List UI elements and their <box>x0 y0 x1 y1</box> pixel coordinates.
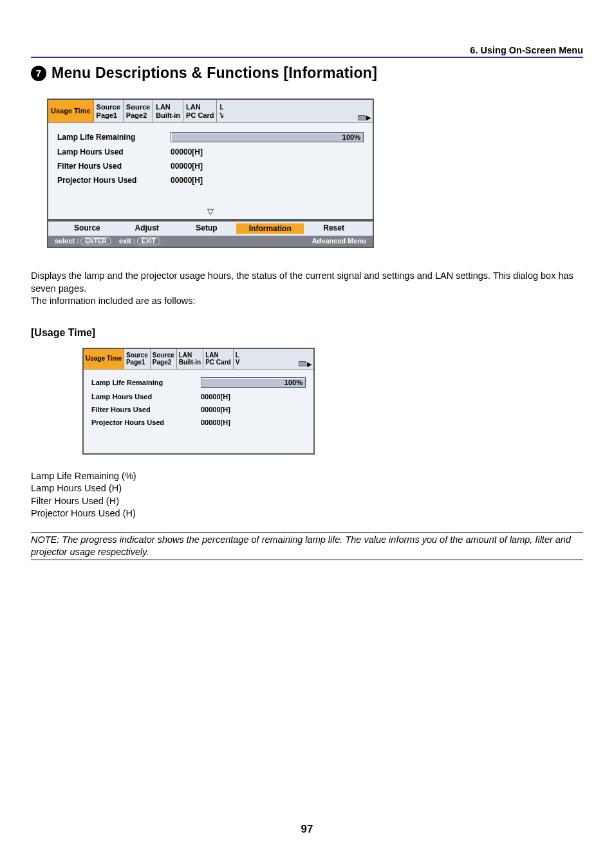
label-filter-hours: Filter Hours Used <box>57 162 171 171</box>
heading-text: Menu Descriptions & Functions [Informati… <box>51 64 377 82</box>
tab2-lan-pccard[interactable]: LANPC Card <box>203 349 233 369</box>
tab2-usage-time[interactable]: Usage Time <box>84 349 124 369</box>
section-number-badge: 7 <box>31 66 46 81</box>
tab-lan-builtin[interactable]: LANBuilt-in <box>153 100 183 122</box>
chapter-header: 6. Using On-Screen Menu <box>31 45 583 58</box>
hint-advanced-menu: Advanced Menu <box>312 237 366 245</box>
value2-lamp-hours: 00000[H] <box>201 393 230 401</box>
tab2-lan-builtin[interactable]: LANBuilt-in <box>177 349 203 369</box>
tab2-source-page2[interactable]: SourcePage2 <box>151 349 177 369</box>
tab-scroll-indicator[interactable]: ▶ <box>358 114 371 121</box>
tab-lan-pccard[interactable]: LANPC Card <box>183 100 217 122</box>
tab2-more-cut[interactable]: LV <box>234 349 240 369</box>
label2-projector-hours: Projector Hours Used <box>91 419 201 426</box>
note-text: NOTE: The progress indicator shows the p… <box>31 532 583 560</box>
section-heading: 7 Menu Descriptions & Functions [Informa… <box>31 64 583 82</box>
tab-scroll-indicator-2[interactable]: ▶ <box>299 361 312 368</box>
exit-key-icon: EXIT <box>137 237 160 245</box>
tab2-source-page1[interactable]: SourcePage1 <box>124 349 151 369</box>
list-filter-hours: Filter Hours Used (H) <box>31 495 583 508</box>
menu-reset[interactable]: Reset <box>304 223 364 234</box>
label2-lamp-hours: Lamp Hours Used <box>91 393 201 401</box>
hint-select-enter: select :ENTER exit :EXIT <box>55 237 160 245</box>
label2-filter-hours: Filter Hours Used <box>91 406 201 413</box>
progress-lamp-life: 100% <box>171 132 364 142</box>
menu-source[interactable]: Source <box>57 223 117 234</box>
tab-source-page1[interactable]: SourcePage1 <box>94 100 124 122</box>
value-projector-hours: 00000[H] <box>171 176 203 185</box>
tab-source-page2[interactable]: SourcePage2 <box>124 100 153 122</box>
description-paragraph-1: Displays the lamp and the projector usag… <box>31 270 583 295</box>
list-lamp-hours: Lamp Hours Used (H) <box>31 482 583 495</box>
value2-projector-hours: 00000[H] <box>201 419 230 426</box>
osd-screenshot-2: Usage Time SourcePage1 SourcePage2 LANBu… <box>82 348 583 455</box>
page-number: 97 <box>0 823 614 836</box>
osd-menubar: Source Adjust Setup Information Reset se… <box>47 220 374 248</box>
value2-filter-hours: 00000[H] <box>201 406 230 413</box>
osd-screenshot-1: Usage Time SourcePage1 SourcePage2 LANBu… <box>47 99 583 248</box>
scroll-down-icon: ▽ <box>48 207 373 216</box>
list-lamp-life: Lamp Life Remaining (%) <box>31 470 583 483</box>
label-lamp-hours: Lamp Hours Used <box>57 147 171 156</box>
description-paragraph-2: The information included are as follows: <box>31 295 583 308</box>
label-lamp-life: Lamp Life Remaining <box>57 133 171 142</box>
menu-adjust[interactable]: Adjust <box>117 223 177 234</box>
label2-lamp-life: Lamp Life Remaining <box>91 379 201 386</box>
list-projector-hours: Projector Hours Used (H) <box>31 507 583 520</box>
label-projector-hours: Projector Hours Used <box>57 176 171 185</box>
menu-information[interactable]: Information <box>236 223 304 234</box>
progress2-lamp-life: 100% <box>201 377 306 388</box>
enter-key-icon: ENTER <box>80 237 111 245</box>
tab-more-cut[interactable]: LV <box>217 100 223 122</box>
value-filter-hours: 00000[H] <box>171 162 203 171</box>
tab-usage-time[interactable]: Usage Time <box>48 100 94 122</box>
info-tabs: Usage Time SourcePage1 SourcePage2 LANBu… <box>48 100 373 123</box>
subheading-usage-time: [Usage Time] <box>31 327 583 339</box>
info-tabs-small: Usage Time SourcePage1 SourcePage2 LANBu… <box>84 349 313 370</box>
menu-setup[interactable]: Setup <box>177 223 237 234</box>
value-lamp-hours: 00000[H] <box>171 147 203 156</box>
